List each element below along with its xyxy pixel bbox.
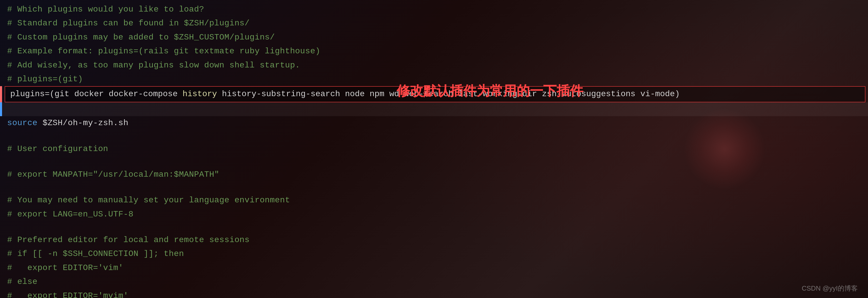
line-22: # export EDITOR='mvim' [0, 289, 868, 298]
line-content-8 [2, 102, 868, 116]
line-indicator-8 [0, 102, 2, 116]
line-16: # export LANG=en_US.UTF-8 [0, 207, 868, 221]
line-indicator-15 [0, 193, 2, 207]
line-15: # You may need to manually set your lang… [0, 193, 868, 207]
line-content-22: # export EDITOR='mvim' [2, 289, 868, 298]
line-2: # Standard plugins can be found in $ZSH/… [0, 17, 868, 30]
line-indicator-21 [0, 275, 2, 289]
line-content-19: # if [[ -n $SSH_CONNECTION ]]; then [2, 247, 868, 261]
line-content-5: # Add wisely, as too many plugins slow d… [2, 58, 868, 72]
line-4: # Example format: plugins=(rails git tex… [0, 44, 868, 58]
line-indicator-12 [0, 156, 2, 168]
line-18: # Preferred editor for local and remote … [0, 233, 868, 247]
line-indicator-6 [0, 72, 2, 86]
line-content-13: # export MANPATH="/usr/local/man:$MANPAT… [2, 168, 868, 182]
line-indicator-20 [0, 261, 2, 275]
line-indicator-7 [0, 86, 2, 102]
line-content-14 [2, 182, 868, 193]
line-indicator-9 [0, 116, 2, 130]
code-area: # Which plugins would you like to load? … [0, 0, 868, 298]
line-content-17 [2, 221, 868, 233]
line-content-11: # User configuration [2, 142, 868, 156]
line-indicator-10 [0, 130, 2, 142]
line-indicator-3 [0, 31, 2, 44]
annotation-text: 修改默认插件为常用的一下插件 [397, 82, 583, 100]
line-indicator-4 [0, 44, 2, 58]
line-8-cursor [0, 102, 868, 116]
line-indicator-13 [0, 168, 2, 182]
line-content-9: source $ZSH/oh-my-zsh.sh [2, 116, 868, 130]
line-indicator-5 [0, 58, 2, 72]
watermark: CSDN @yyI的博客 [802, 284, 858, 293]
line-content-3: # Custom plugins may be added to $ZSH_CU… [2, 31, 868, 44]
line-indicator-22 [0, 289, 2, 298]
line-indicator-14 [0, 182, 2, 193]
line-5: # Add wisely, as too many plugins slow d… [0, 58, 868, 72]
line-indicator-17 [0, 221, 2, 233]
source-keyword: source [7, 118, 37, 128]
history-keyword: history [183, 89, 217, 99]
plugins-prefix: plugins=(git docker docker-compose [10, 89, 183, 99]
line-13: # export MANPATH="/usr/local/man:$MANPAT… [0, 168, 868, 182]
line-17 [0, 221, 868, 233]
line-21: # else [0, 275, 868, 289]
line-content-16: # export LANG=en_US.UTF-8 [2, 207, 868, 221]
line-content-12 [2, 156, 868, 168]
line-content-20: # export EDITOR='vim' [2, 261, 868, 275]
line-content-2: # Standard plugins can be found in $ZSH/… [2, 17, 868, 30]
line-indicator-16 [0, 207, 2, 221]
line-content-15: # You may need to manually set your lang… [2, 193, 868, 207]
line-content-18: # Preferred editor for local and remote … [2, 233, 868, 247]
source-path: $ZSH/oh-my-zsh.sh [37, 118, 128, 128]
line-content-4: # Example format: plugins=(rails git tex… [2, 44, 868, 58]
line-11: # User configuration [0, 142, 868, 156]
line-content-1: # Which plugins would you like to load? [2, 3, 868, 17]
line-9: source $ZSH/oh-my-zsh.sh [0, 116, 868, 130]
line-12 [0, 156, 868, 168]
line-content-10 [2, 130, 868, 142]
line-19: # if [[ -n $SSH_CONNECTION ]]; then [0, 247, 868, 261]
line-indicator-2 [0, 17, 2, 30]
line-indicator-1 [0, 3, 2, 17]
line-20: # export EDITOR='vim' [0, 261, 868, 275]
line-3: # Custom plugins may be added to $ZSH_CU… [0, 31, 868, 44]
line-content-21: # else [2, 275, 868, 289]
line-1: # Which plugins would you like to load? [0, 3, 868, 17]
line-10 [0, 130, 868, 142]
line-14 [0, 182, 868, 193]
line-indicator-18 [0, 233, 2, 247]
line-indicator-11 [0, 142, 2, 156]
line-indicator-19 [0, 247, 2, 261]
